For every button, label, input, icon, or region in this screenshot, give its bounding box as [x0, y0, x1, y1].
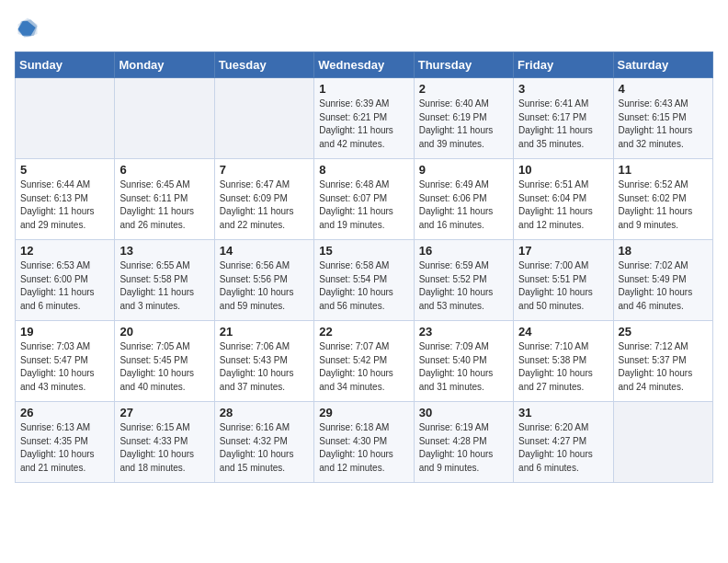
calendar-cell: 12Sunrise: 6:53 AM Sunset: 6:00 PM Dayli… — [16, 240, 115, 321]
day-info: Sunrise: 6:45 AM Sunset: 6:11 PM Dayligh… — [119, 178, 209, 232]
calendar-cell: 9Sunrise: 6:49 AM Sunset: 6:06 PM Daylig… — [414, 159, 513, 240]
day-info: Sunrise: 7:03 AM Sunset: 5:47 PM Dayligh… — [20, 340, 109, 394]
day-number: 16 — [419, 244, 508, 258]
calendar-cell: 11Sunrise: 6:52 AM Sunset: 6:02 PM Dayli… — [613, 159, 712, 240]
day-info: Sunrise: 7:00 AM Sunset: 5:51 PM Dayligh… — [518, 259, 608, 313]
day-number: 6 — [119, 163, 209, 177]
day-info: Sunrise: 6:55 AM Sunset: 5:58 PM Dayligh… — [119, 259, 209, 313]
day-number: 19 — [20, 325, 109, 339]
day-number: 20 — [119, 325, 209, 339]
calendar-cell: 10Sunrise: 6:51 AM Sunset: 6:04 PM Dayli… — [514, 159, 613, 240]
day-number: 5 — [20, 163, 109, 177]
weekday-header-friday: Friday — [514, 52, 613, 78]
calendar-cell: 26Sunrise: 6:13 AM Sunset: 4:35 PM Dayli… — [16, 402, 115, 483]
day-info: Sunrise: 6:48 AM Sunset: 6:07 PM Dayligh… — [319, 178, 408, 232]
calendar-cell: 13Sunrise: 6:55 AM Sunset: 5:58 PM Dayli… — [115, 240, 214, 321]
day-number: 15 — [319, 244, 408, 258]
weekday-header-saturday: Saturday — [613, 52, 712, 78]
logo-icon — [15, 15, 40, 40]
day-number: 17 — [518, 244, 608, 258]
calendar-cell: 25Sunrise: 7:12 AM Sunset: 5:37 PM Dayli… — [613, 321, 712, 402]
day-number: 12 — [20, 244, 109, 258]
calendar-week-row: 5Sunrise: 6:44 AM Sunset: 6:13 PM Daylig… — [16, 159, 713, 240]
calendar-cell: 17Sunrise: 7:00 AM Sunset: 5:51 PM Dayli… — [514, 240, 613, 321]
weekday-header-sunday: Sunday — [16, 52, 115, 78]
day-number: 25 — [619, 325, 708, 339]
calendar-week-row: 26Sunrise: 6:13 AM Sunset: 4:35 PM Dayli… — [16, 402, 713, 483]
day-info: Sunrise: 6:43 AM Sunset: 6:15 PM Dayligh… — [619, 98, 708, 151]
day-number: 11 — [619, 163, 708, 177]
calendar-cell: 16Sunrise: 6:59 AM Sunset: 5:52 PM Dayli… — [414, 240, 513, 321]
day-info: Sunrise: 6:40 AM Sunset: 6:19 PM Dayligh… — [419, 98, 508, 151]
weekday-header-wednesday: Wednesday — [314, 52, 414, 78]
page-header — [15, 15, 713, 40]
day-number: 26 — [20, 406, 109, 419]
day-info: Sunrise: 6:47 AM Sunset: 6:09 PM Dayligh… — [220, 178, 309, 232]
calendar-cell: 14Sunrise: 6:56 AM Sunset: 5:56 PM Dayli… — [214, 240, 313, 321]
calendar-cell: 31Sunrise: 6:20 AM Sunset: 4:27 PM Dayli… — [514, 402, 613, 483]
calendar-cell: 19Sunrise: 7:03 AM Sunset: 5:47 PM Dayli… — [16, 321, 115, 402]
day-number: 4 — [619, 82, 708, 96]
day-info: Sunrise: 7:12 AM Sunset: 5:37 PM Dayligh… — [619, 340, 708, 394]
calendar-cell: 22Sunrise: 7:07 AM Sunset: 5:42 PM Dayli… — [314, 321, 414, 402]
day-info: Sunrise: 6:20 AM Sunset: 4:27 PM Dayligh… — [518, 421, 608, 475]
day-number: 29 — [319, 406, 408, 419]
day-info: Sunrise: 6:16 AM Sunset: 4:32 PM Dayligh… — [220, 421, 309, 475]
day-info: Sunrise: 7:06 AM Sunset: 5:43 PM Dayligh… — [220, 340, 309, 394]
day-info: Sunrise: 7:10 AM Sunset: 5:38 PM Dayligh… — [518, 340, 608, 394]
day-info: Sunrise: 7:09 AM Sunset: 5:40 PM Dayligh… — [419, 340, 508, 394]
day-number: 10 — [518, 163, 608, 177]
day-number: 28 — [220, 406, 309, 419]
day-info: Sunrise: 6:44 AM Sunset: 6:13 PM Dayligh… — [20, 178, 109, 232]
day-number: 9 — [419, 163, 508, 177]
day-number: 8 — [319, 163, 408, 177]
calendar-cell: 8Sunrise: 6:48 AM Sunset: 6:07 PM Daylig… — [314, 159, 414, 240]
calendar-cell: 27Sunrise: 6:15 AM Sunset: 4:33 PM Dayli… — [115, 402, 214, 483]
day-info: Sunrise: 6:58 AM Sunset: 5:54 PM Dayligh… — [319, 259, 408, 313]
day-info: Sunrise: 6:52 AM Sunset: 6:02 PM Dayligh… — [619, 178, 708, 232]
calendar-cell — [115, 78, 214, 159]
day-info: Sunrise: 7:05 AM Sunset: 5:45 PM Dayligh… — [119, 340, 209, 394]
calendar-cell: 29Sunrise: 6:18 AM Sunset: 4:30 PM Dayli… — [314, 402, 414, 483]
calendar-cell — [16, 78, 115, 159]
day-number: 7 — [220, 163, 309, 177]
calendar-week-row: 12Sunrise: 6:53 AM Sunset: 6:00 PM Dayli… — [16, 240, 713, 321]
calendar-cell — [613, 402, 712, 483]
calendar-cell: 23Sunrise: 7:09 AM Sunset: 5:40 PM Dayli… — [414, 321, 513, 402]
day-number: 1 — [319, 82, 408, 96]
weekday-header-monday: Monday — [115, 52, 214, 78]
day-info: Sunrise: 6:19 AM Sunset: 4:28 PM Dayligh… — [419, 421, 508, 475]
day-number: 31 — [518, 406, 608, 419]
calendar-cell: 6Sunrise: 6:45 AM Sunset: 6:11 PM Daylig… — [115, 159, 214, 240]
calendar-cell: 5Sunrise: 6:44 AM Sunset: 6:13 PM Daylig… — [16, 159, 115, 240]
day-info: Sunrise: 6:51 AM Sunset: 6:04 PM Dayligh… — [518, 178, 608, 232]
calendar-cell: 4Sunrise: 6:43 AM Sunset: 6:15 PM Daylig… — [613, 78, 712, 159]
calendar-cell: 18Sunrise: 7:02 AM Sunset: 5:49 PM Dayli… — [613, 240, 712, 321]
day-info: Sunrise: 6:53 AM Sunset: 6:00 PM Dayligh… — [20, 259, 109, 313]
day-number: 18 — [619, 244, 708, 258]
day-number: 24 — [518, 325, 608, 339]
day-info: Sunrise: 6:49 AM Sunset: 6:06 PM Dayligh… — [419, 178, 508, 232]
day-info: Sunrise: 7:07 AM Sunset: 5:42 PM Dayligh… — [319, 340, 408, 394]
day-number: 22 — [319, 325, 408, 339]
day-info: Sunrise: 6:13 AM Sunset: 4:35 PM Dayligh… — [20, 421, 109, 475]
calendar-cell: 3Sunrise: 6:41 AM Sunset: 6:17 PM Daylig… — [514, 78, 613, 159]
day-info: Sunrise: 6:15 AM Sunset: 4:33 PM Dayligh… — [119, 421, 209, 475]
day-info: Sunrise: 6:41 AM Sunset: 6:17 PM Dayligh… — [518, 98, 608, 151]
weekday-header-thursday: Thursday — [414, 52, 513, 78]
calendar-cell: 21Sunrise: 7:06 AM Sunset: 5:43 PM Dayli… — [214, 321, 313, 402]
day-number: 14 — [220, 244, 309, 258]
day-number: 21 — [220, 325, 309, 339]
day-info: Sunrise: 6:18 AM Sunset: 4:30 PM Dayligh… — [319, 421, 408, 475]
day-number: 30 — [419, 406, 508, 419]
calendar-week-row: 19Sunrise: 7:03 AM Sunset: 5:47 PM Dayli… — [16, 321, 713, 402]
day-number: 3 — [518, 82, 608, 96]
calendar-cell: 7Sunrise: 6:47 AM Sunset: 6:09 PM Daylig… — [214, 159, 313, 240]
day-info: Sunrise: 6:56 AM Sunset: 5:56 PM Dayligh… — [220, 259, 309, 313]
calendar-table: SundayMondayTuesdayWednesdayThursdayFrid… — [15, 52, 713, 483]
calendar-cell: 24Sunrise: 7:10 AM Sunset: 5:38 PM Dayli… — [514, 321, 613, 402]
calendar-cell: 30Sunrise: 6:19 AM Sunset: 4:28 PM Dayli… — [414, 402, 513, 483]
calendar-week-row: 1Sunrise: 6:39 AM Sunset: 6:21 PM Daylig… — [16, 78, 713, 159]
weekday-header-row: SundayMondayTuesdayWednesdayThursdayFrid… — [16, 52, 713, 78]
day-number: 13 — [119, 244, 209, 258]
